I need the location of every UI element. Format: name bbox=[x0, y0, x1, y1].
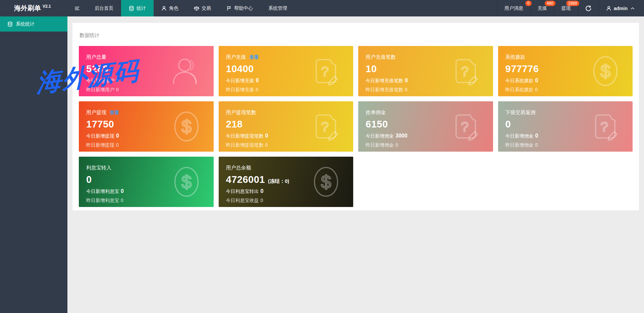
card-value-row: 10 bbox=[366, 63, 486, 74]
card-value-row: 10400 bbox=[226, 63, 347, 74]
app-logo[interactable]: 海外刷单 V2.1 bbox=[0, 0, 67, 16]
card-title: 用户总余额 bbox=[226, 165, 251, 171]
nav-item-roles[interactable]: 角色 bbox=[154, 0, 186, 16]
card-line-yesterday: 昨日新增佣金 0 bbox=[366, 142, 486, 148]
line-value: 0 bbox=[535, 77, 538, 84]
card-title: 用户提现笔数 bbox=[226, 109, 256, 116]
card-title: 抢单佣金 bbox=[366, 109, 386, 116]
card-line-today: 今日新增用户 0 bbox=[86, 77, 207, 84]
line-label: 今日系统拨款 bbox=[505, 78, 534, 84]
line-label: 昨日新增佣金 bbox=[366, 142, 394, 148]
line-label: 昨日系统拨款 bbox=[505, 87, 534, 93]
card-line-yesterday: 昨日新增用户 0 bbox=[86, 87, 207, 93]
user-messages-badge: 0 bbox=[525, 1, 532, 6]
line-label: 昨日新增利息宝 bbox=[86, 198, 119, 204]
section-title: 数据统计 bbox=[79, 32, 633, 39]
nav-item-home[interactable]: 后台首页 bbox=[87, 0, 121, 16]
stat-card: 用户总量 5289 今日新增用户 0 昨日新增用户 0 bbox=[79, 46, 214, 96]
card-title: 用户充值笔数 bbox=[366, 54, 396, 60]
card-value-row: 977776 bbox=[505, 63, 626, 74]
nav-item-system-management[interactable]: 系统管理 bbox=[261, 0, 295, 16]
recharge-badge: 460 bbox=[545, 1, 555, 6]
card-line-yesterday: 昨日系统拨款 0 bbox=[505, 87, 626, 93]
card-header: 用户充值笔数 bbox=[366, 54, 486, 60]
nav-item-user-messages[interactable]: 用户消息 0 bbox=[497, 0, 530, 16]
card-line-today: 今日利息宝转出 0 bbox=[226, 188, 347, 195]
nav-item-statistics[interactable]: 统计 bbox=[121, 0, 154, 16]
line-label: 今日新增提现笔数 bbox=[226, 133, 264, 139]
stat-card: 利息宝转入 0 今日新增利息宝 0 昨日新增利息宝 0 bbox=[79, 157, 214, 207]
nav-label: 角色 bbox=[169, 5, 178, 11]
nav-item-withdraw[interactable]: 提现 2889 bbox=[554, 0, 578, 16]
nav-item-help-center[interactable]: 帮助中心 bbox=[219, 0, 261, 16]
person-icon bbox=[161, 6, 167, 11]
main-menu: 后台首页 统计 角色 交易 帮助中心 系统管理 bbox=[67, 0, 295, 16]
card-value-row: 218 bbox=[226, 119, 347, 130]
line-label: 昨日新增佣金 bbox=[505, 142, 534, 148]
line-label: 昨日新增提现 bbox=[86, 142, 114, 148]
card-value-note: (冻结：0) bbox=[268, 178, 289, 185]
card-header: 利息宝转入 bbox=[86, 165, 207, 171]
hamburger-icon bbox=[74, 6, 80, 11]
sidebar-item-label: 系统统计 bbox=[16, 21, 35, 27]
database-icon bbox=[7, 21, 13, 27]
user-menu[interactable]: admin bbox=[598, 0, 644, 16]
nav-label: 交易 bbox=[202, 5, 211, 11]
navbar-right: 用户消息 0 充值 460 提现 2889 admin bbox=[497, 0, 644, 16]
sidebar-item-system-stats[interactable]: 系统统计 bbox=[0, 16, 67, 32]
line-value: 0 bbox=[256, 77, 259, 84]
stat-card: 用户总余额 4726001 (冻结：0) 今日利息宝转出 0 今日利息宝收益 0 bbox=[219, 157, 354, 207]
line-value: 0 bbox=[265, 133, 268, 139]
line-label: 昨日新增充值 bbox=[226, 87, 254, 93]
scales-icon bbox=[194, 6, 199, 11]
line-value: 0 bbox=[116, 87, 119, 92]
card-line-today: 今日新增利息宝 0 bbox=[86, 188, 207, 195]
sidebar-toggle-button[interactable] bbox=[67, 0, 87, 16]
line-label: 昨日新增提现笔数 bbox=[226, 142, 264, 148]
nav-label: 系统管理 bbox=[268, 5, 287, 11]
card-title: 用户总量 bbox=[86, 54, 106, 60]
line-label: 昨日新增充值笔数 bbox=[366, 87, 403, 93]
line-label: 今日新增佣金 bbox=[505, 133, 534, 139]
card-line-yesterday: 昨日新增佣金 0 bbox=[505, 142, 626, 148]
card-value-row: 0 bbox=[505, 119, 626, 130]
line-value: 0 bbox=[116, 77, 119, 84]
nav-item-transactions[interactable]: 交易 bbox=[186, 0, 219, 16]
line-label: 今日新增利息宝 bbox=[86, 189, 119, 195]
card-value: 0 bbox=[86, 174, 92, 185]
card-value: 10400 bbox=[226, 63, 254, 74]
card-value-row: 0 bbox=[86, 174, 207, 185]
card-line-yesterday: 昨日新增利息宝 0 bbox=[86, 198, 207, 204]
line-value: 3000 bbox=[395, 133, 408, 139]
card-value-row: 6150 bbox=[366, 119, 486, 130]
line-label: 今日新增充值 bbox=[226, 78, 254, 84]
stat-card: 抢单佣金 6150 今日新增佣金 3000 昨日新增佣金 0 bbox=[358, 101, 493, 152]
line-label: 昨日新增用户 bbox=[86, 87, 114, 93]
card-title: 用户充值 bbox=[226, 54, 246, 60]
nav-label: 充值 bbox=[538, 5, 547, 11]
card-title: 系统拨款 bbox=[505, 54, 526, 60]
top-navbar: 海外刷单 V2.1 后台首页 统计 角色 交易 帮助中心 bbox=[0, 0, 644, 16]
line-label: 今日新增充值笔数 bbox=[366, 78, 403, 84]
card-value-row: 17750 bbox=[86, 119, 207, 130]
stat-card: 用户充值 查看 10400 今日新增充值 0 昨日新增充值 0 bbox=[219, 46, 354, 96]
line-value: 0 bbox=[121, 188, 124, 194]
card-line-today: 今日新增充值 0 bbox=[226, 77, 347, 84]
nav-label: 后台首页 bbox=[95, 5, 113, 11]
view-link[interactable]: 查看 bbox=[250, 54, 259, 60]
card-value-row: 5289 bbox=[86, 63, 207, 74]
line-value: 0 bbox=[121, 198, 123, 203]
nav-label: 帮助中心 bbox=[234, 5, 253, 11]
card-line-today: 今日新增提现笔数 0 bbox=[226, 133, 347, 139]
view-link[interactable]: 查看 bbox=[110, 110, 119, 116]
stat-card: 下级交易返佣 0 今日新增佣金 0 昨日新增佣金 0 bbox=[498, 101, 633, 152]
card-value: 218 bbox=[226, 119, 243, 130]
card-header: 用户充值 查看 bbox=[226, 54, 347, 60]
card-title: 用户提现 bbox=[86, 109, 106, 116]
refresh-button[interactable] bbox=[578, 0, 598, 16]
card-header: 抢单佣金 bbox=[366, 109, 486, 116]
line-value: 0 bbox=[405, 77, 408, 84]
card-value-row: 4726001 (冻结：0) bbox=[226, 174, 347, 185]
nav-item-recharge[interactable]: 充值 460 bbox=[530, 0, 554, 16]
line-label: 今日新增佣金 bbox=[366, 133, 394, 139]
